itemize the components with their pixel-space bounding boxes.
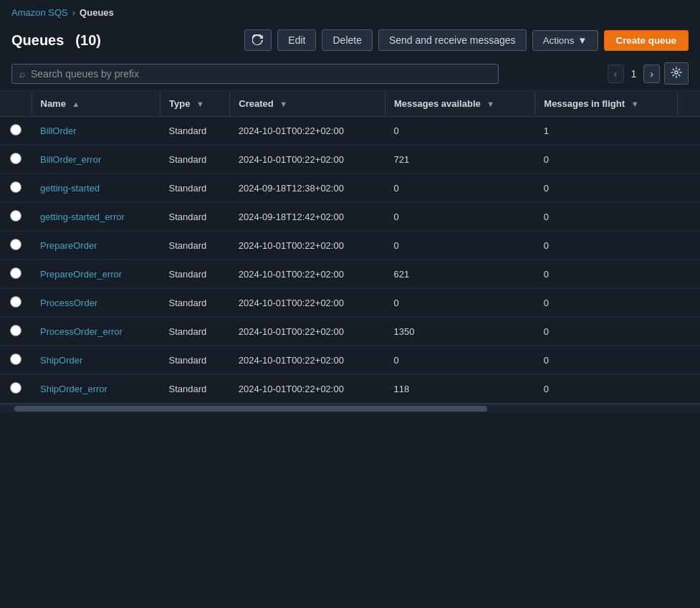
td-messages-available: 721 [385, 146, 535, 174]
queue-name-link[interactable]: BillOrder [40, 125, 77, 136]
th-select [0, 91, 32, 117]
row-radio-3[interactable] [10, 210, 21, 222]
th-messages-available-label: Messages available [394, 98, 481, 109]
td-created: 2024-10-01T00:22+02:00 [230, 146, 385, 174]
th-created[interactable]: Created ▼ [230, 91, 385, 117]
settings-icon [671, 67, 682, 78]
row-radio-7[interactable] [10, 325, 21, 336]
edit-button[interactable]: Edit [277, 29, 316, 51]
td-select [0, 346, 32, 375]
row-radio-9[interactable] [10, 382, 21, 394]
refresh-icon [252, 34, 264, 46]
search-icon: ⌕ [19, 68, 25, 80]
td-messages-available: 621 [385, 260, 535, 289]
td-select [0, 232, 32, 260]
td-extra [678, 117, 700, 146]
td-messages-in-flight: 0 [535, 260, 678, 289]
td-type: Standard [160, 260, 230, 289]
td-messages-in-flight: 0 [535, 289, 678, 318]
create-queue-button[interactable]: Create queue [604, 30, 689, 51]
pagination-page: 1 [628, 68, 640, 80]
th-type[interactable]: Type ▼ [160, 91, 230, 117]
scroll-indicator[interactable] [0, 404, 700, 412]
queue-name-link[interactable]: getting-started [40, 183, 100, 194]
search-bar: ⌕ ‹ 1 › [0, 57, 700, 90]
row-radio-8[interactable] [10, 353, 21, 365]
table-container: Name ▲ Type ▼ Created ▼ Messages availab… [0, 90, 700, 412]
td-name: getting-started_error [32, 203, 160, 232]
td-select [0, 174, 32, 203]
queue-name-link[interactable]: PrepareOrder_error [40, 269, 122, 280]
actions-button[interactable]: Actions ▼ [532, 30, 598, 51]
queue-name-link[interactable]: getting-started_error [40, 212, 125, 222]
td-extra [678, 174, 700, 203]
table-row: PrepareOrder Standard 2024-10-01T00:22+0… [0, 232, 700, 260]
td-messages-available: 0 [385, 232, 535, 260]
pagination-next-button[interactable]: › [643, 65, 660, 83]
th-messages-in-flight[interactable]: Messages in flight ▼ [535, 91, 678, 117]
td-messages-available: 0 [385, 289, 535, 318]
th-messages-in-flight-sort: ▼ [631, 100, 639, 108]
breadcrumb-parent-link[interactable]: Amazon SQS [11, 7, 68, 18]
header-bar: Queues (10) Edit Delete Send and receive… [0, 24, 700, 57]
td-messages-in-flight: 0 [535, 232, 678, 260]
th-type-sort: ▼ [196, 100, 204, 108]
td-messages-available: 0 [385, 346, 535, 375]
row-radio-4[interactable] [10, 239, 21, 250]
pagination-prev-button[interactable]: ‹ [608, 65, 624, 83]
td-messages-in-flight: 0 [535, 174, 678, 203]
td-messages-available: 0 [385, 203, 535, 232]
td-name: BillOrder [32, 117, 160, 146]
queue-name-link[interactable]: ProcessOrder [40, 298, 97, 308]
td-name: PrepareOrder [32, 232, 160, 260]
breadcrumb-separator: › [72, 7, 75, 18]
queue-name-link[interactable]: BillOrder_error [40, 154, 101, 165]
table-body: BillOrder Standard 2024-10-01T00:22+02:0… [0, 117, 700, 404]
row-radio-1[interactable] [10, 153, 21, 164]
td-messages-in-flight: 0 [535, 318, 678, 346]
table-row: BillOrder_error Standard 2024-10-01T00:2… [0, 146, 700, 174]
td-created: 2024-10-01T00:22+02:00 [230, 375, 385, 404]
td-select [0, 117, 32, 146]
td-messages-available: 0 [385, 117, 535, 146]
row-radio-0[interactable] [10, 124, 21, 136]
td-type: Standard [160, 203, 230, 232]
td-type: Standard [160, 174, 230, 203]
actions-label: Actions [543, 35, 575, 46]
table-row: ShipOrder_error Standard 2024-10-01T00:2… [0, 375, 700, 404]
td-created: 2024-10-01T00:22+02:00 [230, 346, 385, 375]
pagination-controls: ‹ 1 › [608, 62, 689, 85]
row-radio-2[interactable] [10, 181, 21, 193]
td-extra [678, 375, 700, 404]
search-input-wrapper: ⌕ [11, 64, 499, 84]
settings-button[interactable] [664, 62, 689, 85]
queue-name-link[interactable]: ShipOrder [40, 355, 82, 366]
td-select [0, 203, 32, 232]
td-select [0, 260, 32, 289]
th-name[interactable]: Name ▲ [32, 91, 160, 117]
queue-name-link[interactable]: ProcessOrder_error [40, 326, 123, 337]
td-extra [678, 318, 700, 346]
td-name: getting-started [32, 174, 160, 203]
table-row: ProcessOrder_error Standard 2024-10-01T0… [0, 318, 700, 346]
td-created: 2024-10-01T00:22+02:00 [230, 318, 385, 346]
queue-name-link[interactable]: PrepareOrder [40, 240, 97, 251]
td-extra [678, 289, 700, 318]
table-row: BillOrder Standard 2024-10-01T00:22+02:0… [0, 117, 700, 146]
delete-button[interactable]: Delete [322, 29, 372, 51]
td-name: BillOrder_error [32, 146, 160, 174]
row-radio-5[interactable] [10, 267, 21, 279]
queue-name-link[interactable]: ShipOrder_error [40, 384, 107, 394]
td-name: ShipOrder_error [32, 375, 160, 404]
td-messages-available: 1350 [385, 318, 535, 346]
page-title: Queues [11, 32, 64, 49]
send-receive-button[interactable]: Send and receive messages [378, 29, 527, 51]
refresh-button[interactable] [244, 29, 272, 51]
td-extra [678, 346, 700, 375]
row-radio-6[interactable] [10, 296, 21, 308]
th-messages-available[interactable]: Messages available ▼ [385, 91, 535, 117]
table-row: getting-started Standard 2024-09-18T12:3… [0, 174, 700, 203]
td-extra [678, 232, 700, 260]
search-input[interactable] [31, 68, 491, 80]
td-created: 2024-10-01T00:22+02:00 [230, 117, 385, 146]
